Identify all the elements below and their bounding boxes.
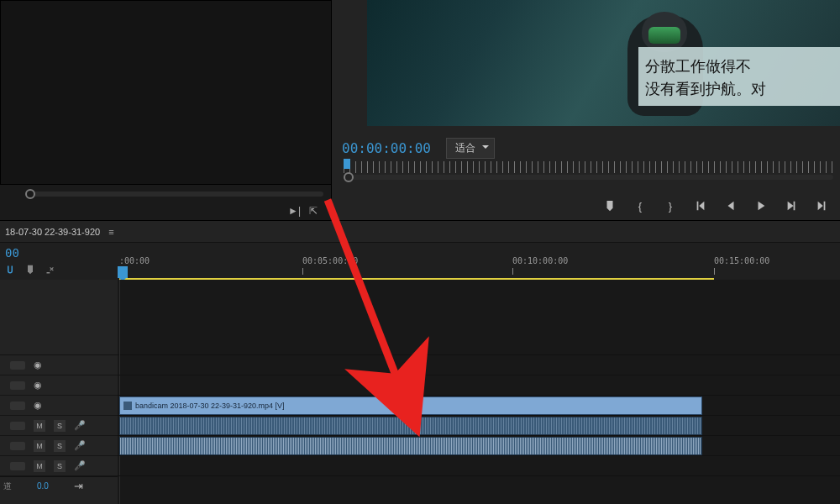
panel-menu-icon[interactable]: ≡ xyxy=(108,227,114,237)
audio-clip[interactable] xyxy=(119,437,702,455)
mute-button[interactable]: M xyxy=(34,420,45,432)
program-timecode[interactable]: 00:00:00:00 xyxy=(342,140,431,156)
track-toggle-icon[interactable] xyxy=(10,402,25,410)
master-label: 道 xyxy=(3,480,12,492)
audio-track-header[interactable]: M S 🎤 xyxy=(0,456,118,476)
mic-icon[interactable]: 🎤 xyxy=(74,460,86,471)
scrub-handle[interactable] xyxy=(344,172,354,182)
eye-icon[interactable]: ◉ xyxy=(34,400,45,412)
master-row: 道 0.0 ⇥ xyxy=(0,476,118,495)
track-content-area[interactable]: bandicam 2018-07-30 22-39-31-920.mp4 [V] xyxy=(118,280,840,504)
clip-fx-icon xyxy=(123,402,132,410)
audio-track-header[interactable]: M S 🎤 xyxy=(0,416,118,436)
snap-icon[interactable] xyxy=(5,265,15,277)
track-toggle-icon[interactable] xyxy=(10,442,25,450)
video-track-header[interactable]: ◉ xyxy=(0,355,118,375)
insert-button[interactable]: ►| xyxy=(288,205,301,217)
scrub-handle[interactable] xyxy=(25,189,35,199)
program-playhead[interactable] xyxy=(344,159,350,169)
audio-clip[interactable] xyxy=(119,417,702,435)
ruler-tick: 00:05:00:00 xyxy=(302,256,358,265)
export-frame-button[interactable]: ⇱ xyxy=(309,205,318,217)
go-to-out-button[interactable] xyxy=(815,199,828,213)
ruler-tick: 00:15:00:00 xyxy=(714,256,769,265)
marker-icon[interactable] xyxy=(603,199,617,213)
subtitle-overlay: 分散工作做得不 没有看到护航。对 xyxy=(638,47,840,106)
sequence-title[interactable]: 18-07-30 22-39-31-920 xyxy=(5,227,100,237)
mark-in-button[interactable]: { xyxy=(633,199,647,213)
ruler-tick: 00:10:00:00 xyxy=(512,256,568,265)
track-headers: ◉ ◉ ◉ M S 🎤 M S 🎤 M S 🎤 道 0.0 ⇥ xyxy=(0,280,118,504)
track-toggle-icon[interactable] xyxy=(10,422,25,430)
settings-icon[interactable] xyxy=(45,265,55,277)
marker-tool-icon[interactable] xyxy=(25,265,35,277)
program-monitor[interactable]: 分散工作做得不 没有看到护航。对 xyxy=(367,0,840,126)
timeline-header: 18-07-30 22-39-31-920 ≡ xyxy=(0,221,840,243)
source-panel: ►| ⇱ xyxy=(0,0,332,220)
clip-label: bandicam 2018-07-30 22-39-31-920.mp4 [V] xyxy=(135,402,285,410)
transport-bar: { } xyxy=(332,192,840,220)
program-ruler[interactable] xyxy=(344,161,833,173)
mark-out-button[interactable]: } xyxy=(664,199,677,213)
solo-button[interactable]: S xyxy=(54,440,66,452)
video-track-header[interactable]: ◉ xyxy=(0,375,118,396)
snap-toggle-icon[interactable]: ⇥ xyxy=(74,480,83,492)
source-monitor xyxy=(0,0,332,185)
track-toggle-icon[interactable] xyxy=(10,361,25,370)
play-button[interactable] xyxy=(754,199,768,213)
track-toggle-icon[interactable] xyxy=(10,381,25,390)
mic-icon[interactable]: 🎤 xyxy=(74,420,86,431)
audio-track-header[interactable]: M S 🎤 xyxy=(0,436,118,456)
preview-figure xyxy=(642,12,687,52)
eye-icon[interactable]: ◉ xyxy=(34,380,45,391)
eye-icon[interactable]: ◉ xyxy=(34,360,45,371)
mute-button[interactable]: M xyxy=(34,440,45,452)
go-to-in-button[interactable] xyxy=(694,199,707,213)
mute-button[interactable]: M xyxy=(34,460,45,472)
timeline-playhead[interactable] xyxy=(118,266,128,278)
solo-button[interactable]: S xyxy=(54,420,66,432)
subtitle-line1: 分散工作做得不 xyxy=(645,55,833,78)
video-clip[interactable]: bandicam 2018-07-30 22-39-31-920.mp4 [V] xyxy=(119,396,702,415)
program-panel: 分散工作做得不 没有看到护航。对 00:00:00:00 适合 { } xyxy=(332,0,840,220)
timeline-panel: 18-07-30 22-39-31-920 ≡ 00 :00:00 00:05:… xyxy=(0,220,840,504)
solo-button[interactable]: S xyxy=(54,460,66,472)
ruler-tick: :00:00 xyxy=(119,256,150,265)
video-track-header[interactable]: ◉ xyxy=(0,396,118,416)
master-value[interactable]: 0.0 xyxy=(37,481,49,491)
program-scrubber[interactable] xyxy=(344,175,833,180)
subtitle-line2: 没有看到护航。对 xyxy=(645,78,833,101)
zoom-fit-dropdown[interactable]: 适合 xyxy=(446,138,495,159)
timeline-ruler[interactable]: :00:00 00:05:00:00 00:10:00:00 00:15:00:… xyxy=(118,243,840,280)
timeline-timecode[interactable]: 00 xyxy=(5,246,113,260)
source-scrubber[interactable] xyxy=(25,192,323,197)
track-toggle-icon[interactable] xyxy=(10,462,25,470)
step-forward-button[interactable] xyxy=(785,199,798,213)
mic-icon[interactable]: 🎤 xyxy=(74,440,86,451)
step-back-button[interactable] xyxy=(724,199,738,213)
